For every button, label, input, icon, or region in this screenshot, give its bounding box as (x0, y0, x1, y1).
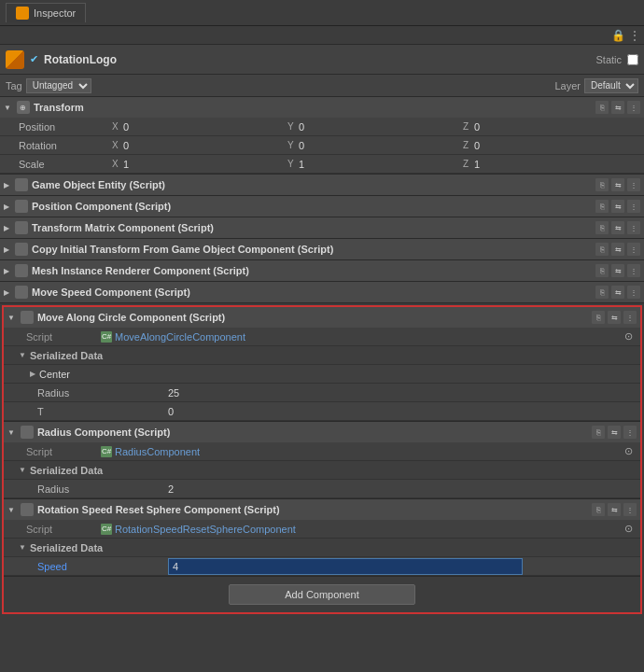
tm-btn3[interactable]: ⋮ (627, 221, 640, 234)
game-object-entity-header[interactable]: ▶ Game Object Entity (Script) ⎘ ⇆ ⋮ (0, 175, 644, 195)
transform-icon-btn2[interactable]: ⇆ (611, 101, 624, 114)
mi-btn1[interactable]: ⎘ (595, 264, 609, 277)
transform-icon-btn1[interactable]: ⎘ (595, 101, 609, 114)
rot-x-val[interactable]: 0 (123, 140, 129, 151)
rsr-speed-input[interactable] (168, 558, 523, 575)
scale-z-char: Z (463, 159, 472, 169)
pos-x-val[interactable]: 0 (123, 121, 129, 133)
position-component-section: ▶ Position Component (Script) ⎘ ⇆ ⋮ (0, 196, 644, 217)
rc-btn1[interactable]: ⎘ (592, 426, 605, 439)
rc-header[interactable]: ▼ Radius Component (Script) ⎘ ⇆ ⋮ (4, 422, 640, 442)
copy-initial-transform-section: ▶ Copy Initial Transform From Game Objec… (0, 239, 644, 260)
rsr-script-ref[interactable]: C# RotationSpeedResetSphereComponent (101, 524, 296, 535)
ms-btn1[interactable]: ⎘ (595, 286, 609, 299)
position-component-header[interactable]: ▶ Position Component (Script) ⎘ ⇆ ⋮ (0, 196, 644, 217)
rsr-btn2[interactable]: ⇆ (608, 503, 621, 516)
ms-btn3[interactable]: ⋮ (627, 286, 640, 299)
goe-btn1[interactable]: ⎘ (595, 178, 609, 191)
lock-icon[interactable]: 🔒 (611, 29, 625, 42)
inspector-tab[interactable]: Inspector (6, 3, 86, 22)
game-object-entity-section: ▶ Game Object Entity (Script) ⎘ ⇆ ⋮ (0, 175, 644, 196)
ms-header[interactable]: ▶ Move Speed Component (Script) ⎘ ⇆ ⋮ (0, 282, 644, 302)
cit-header[interactable]: ▶ Copy Initial Transform From Game Objec… (0, 239, 644, 259)
rsr-speed-row: Speed (4, 557, 640, 576)
rsr-settings-icon[interactable]: ⊙ (624, 523, 633, 535)
pc-btn2[interactable]: ⇆ (611, 200, 624, 213)
mac-ser-label: Serialized Data (30, 350, 103, 361)
mac-btn3[interactable]: ⋮ (623, 311, 637, 324)
mac-header[interactable]: ▼ Move Along Circle Component (Script) ⎘… (4, 307, 640, 328)
cit-btn1[interactable]: ⎘ (595, 243, 609, 256)
tag-select[interactable]: Untagged (26, 78, 91, 93)
transform-header[interactable]: ▼ ⊕ Transform ⎘ ⇆ ⋮ (0, 97, 644, 118)
pc-btn3[interactable]: ⋮ (627, 200, 640, 213)
pos-x-char: X (112, 121, 121, 132)
pos-z-val[interactable]: 0 (474, 121, 480, 133)
mac-script-ref[interactable]: C# MoveAlongCircleComponent (101, 331, 245, 343)
layer-select[interactable]: Default (584, 78, 638, 93)
rot-y-val[interactable]: 0 (299, 140, 304, 151)
mac-script-file-icon: C# (101, 331, 112, 343)
object-name[interactable]: RotationLogo (44, 53, 590, 66)
title-bar: Inspector (0, 0, 644, 26)
ms-btn2[interactable]: ⇆ (611, 286, 624, 299)
mac-triangle: ▼ (7, 314, 15, 322)
mac-serialized-header[interactable]: ▼ Serialized Data (4, 346, 640, 365)
ms-icon (15, 286, 28, 299)
transform-icon-btn3[interactable]: ⋮ (627, 101, 640, 114)
mac-radius-value[interactable]: 25 (168, 387, 633, 399)
tag-label: Tag (6, 80, 22, 91)
scale-x-val[interactable]: 1 (123, 159, 129, 170)
rsr-btn1[interactable]: ⎘ (592, 503, 605, 516)
rc-serialized-header[interactable]: ▼ Serialized Data (4, 461, 640, 480)
mac-t-label: T (37, 406, 168, 417)
rot-z-val[interactable]: 0 (474, 140, 480, 151)
mi-btn3[interactable]: ⋮ (627, 264, 640, 277)
cit-btn3[interactable]: ⋮ (627, 243, 640, 256)
static-checkbox[interactable] (627, 54, 638, 65)
pc-btn1[interactable]: ⎘ (595, 200, 609, 213)
mac-settings-icon[interactable]: ⊙ (624, 330, 633, 343)
kebab-icon[interactable]: ⋮ (629, 29, 640, 42)
inspector-panel: 🔒 ⋮ ✔ RotationLogo Static Tag Untagged L… (0, 26, 644, 672)
pos-y-char: Y (287, 121, 297, 132)
rc-ser-triangle: ▼ (19, 466, 26, 474)
rsr-script-row: Script C# RotationSpeedResetSphereCompon… (4, 520, 640, 539)
rc-settings-icon[interactable]: ⊙ (624, 445, 633, 457)
cit-btn2[interactable]: ⇆ (611, 243, 624, 256)
pos-y-val[interactable]: 0 (299, 121, 304, 133)
object-enable-check[interactable]: ✔ (30, 53, 38, 65)
mac-icon (21, 311, 34, 324)
tm-btn1[interactable]: ⎘ (595, 221, 609, 234)
add-component-button[interactable]: Add Component (229, 584, 415, 605)
rsr-serialized-header[interactable]: ▼ Serialized Data (4, 539, 640, 557)
rsr-btn3[interactable]: ⋮ (623, 503, 637, 516)
rc-icon (21, 426, 34, 439)
mi-btn2[interactable]: ⇆ (611, 264, 624, 277)
goe-btn2[interactable]: ⇆ (611, 178, 624, 191)
object-icon (6, 50, 24, 69)
move-speed-section: ▶ Move Speed Component (Script) ⎘ ⇆ ⋮ (0, 282, 644, 303)
scale-y-val[interactable]: 1 (299, 159, 304, 170)
rc-script-ref[interactable]: C# RadiusComponent (101, 446, 200, 457)
goe-btn3[interactable]: ⋮ (627, 178, 640, 191)
tm-btn2[interactable]: ⇆ (611, 221, 624, 234)
rsr-header[interactable]: ▼ Rotation Speed Reset Sphere Component … (4, 499, 640, 520)
pc-icon (15, 200, 28, 213)
mac-center-row[interactable]: ▶ Center (4, 365, 640, 384)
scale-z-val[interactable]: 1 (474, 159, 480, 170)
inspector-topbar: 🔒 ⋮ (0, 26, 644, 45)
rc-btn2[interactable]: ⇆ (608, 426, 621, 439)
transform-matrix-header[interactable]: ▶ Transform Matrix Component (Script) ⎘ … (0, 217, 644, 238)
cit-triangle: ▶ (4, 245, 9, 254)
mi-header[interactable]: ▶ Mesh Instance Renderer Component (Scri… (0, 260, 644, 281)
mac-t-value[interactable]: 0 (168, 406, 633, 417)
mac-btn2[interactable]: ⇆ (608, 311, 621, 324)
rc-radius-value[interactable]: 2 (168, 483, 633, 495)
static-label: Static (595, 54, 622, 65)
rsr-script-value: RotationSpeedResetSphereComponent (115, 524, 296, 535)
tag-layer-row: Tag Untagged Layer Default (0, 75, 644, 97)
rot-x-char: X (112, 140, 121, 150)
mac-btn1[interactable]: ⎘ (592, 311, 605, 324)
rc-btn3[interactable]: ⋮ (623, 426, 637, 439)
